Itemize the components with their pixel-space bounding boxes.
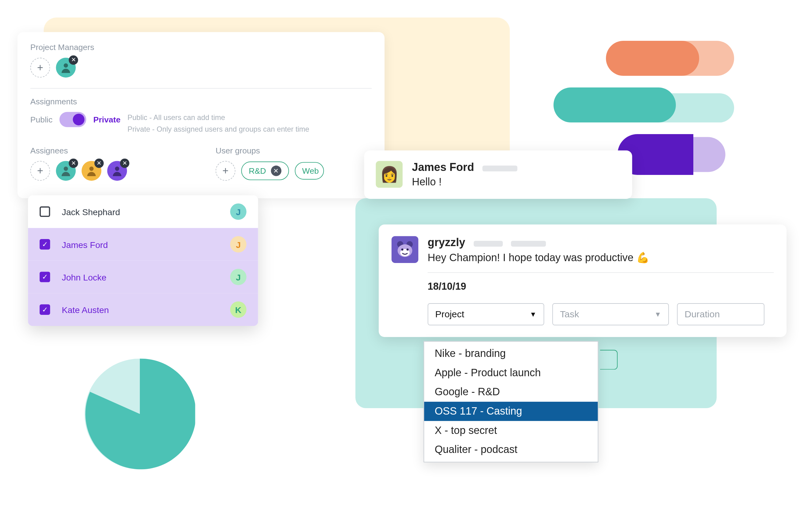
assignments-label: Assignments (30, 97, 372, 106)
divider (428, 272, 774, 273)
divider (30, 88, 372, 89)
add-manager-button[interactable]: + (30, 58, 50, 78)
chevron-down-icon: ▼ (655, 310, 662, 319)
chat-bot-text: Hey Champion! I hope today was productiv… (428, 251, 774, 264)
assignee-name: James Ford (62, 239, 108, 249)
manager-avatar[interactable]: ✕ (56, 58, 76, 78)
assignee-name: Kate Austen (62, 305, 109, 315)
checkbox[interactable] (39, 207, 50, 217)
initial-badge: J (230, 236, 246, 252)
assignee-dropdown: Jack Shephard J James Ford J John Locke … (28, 195, 258, 326)
remove-icon[interactable]: ✕ (94, 159, 104, 168)
project-option[interactable]: OSS 117 - Casting (424, 402, 598, 421)
bot-avatar (392, 236, 418, 263)
add-group-button[interactable]: + (215, 161, 235, 181)
svg-point-10 (407, 249, 409, 251)
assignee-avatar[interactable]: ✕ (107, 161, 127, 181)
checkbox[interactable] (39, 239, 50, 249)
visibility-toggle[interactable] (59, 112, 86, 127)
user-groups-label: User groups (215, 146, 372, 155)
decoration-strip (511, 241, 546, 246)
assignee-option[interactable]: Jack Shephard J (28, 195, 258, 228)
svg-point-9 (401, 249, 404, 251)
helper-private: Private - Only assigned users and groups… (127, 124, 310, 135)
group-tag-label: R&D (249, 166, 266, 175)
task-select[interactable]: Task ▼ (552, 303, 669, 325)
chat-user-text: Hello ! (412, 176, 517, 188)
remove-icon[interactable]: ✕ (271, 166, 281, 176)
svg-point-3 (115, 167, 119, 171)
project-managers-label: Project Managers (30, 43, 372, 52)
assignee-avatar[interactable]: ✕ (56, 161, 76, 181)
decoration-pill (553, 87, 676, 122)
remove-icon[interactable]: ✕ (120, 159, 129, 168)
decoration-strip (482, 165, 517, 171)
decoration-outline (600, 350, 617, 370)
project-option[interactable]: Apple - Product launch (424, 363, 598, 383)
project-option[interactable]: X - top secret (424, 421, 598, 440)
assignees-label: Assignees (30, 146, 186, 155)
project-option[interactable]: Qualiter - podcast (424, 440, 598, 462)
entry-date: 18/10/19 (428, 281, 774, 293)
chat-bot-name: gryzzly (428, 236, 465, 249)
private-label: Private (93, 115, 120, 124)
svg-point-2 (89, 167, 93, 171)
chat-message-bot: gryzzly Hey Champion! I hope today was p… (379, 225, 787, 337)
assignee-option[interactable]: Kate Austen K (28, 293, 258, 326)
remove-icon[interactable]: ✕ (69, 56, 78, 65)
checkbox[interactable] (39, 304, 50, 315)
chevron-down-icon: ▼ (529, 310, 536, 319)
decoration-pill (606, 41, 699, 76)
duration-input[interactable]: Duration (677, 303, 764, 325)
chat-message-user: 👩 James Ford Hello ! (364, 151, 632, 199)
pie-chart (85, 359, 195, 469)
assignee-option[interactable]: James Ford J (28, 228, 258, 261)
initial-badge: J (230, 203, 246, 220)
assignee-avatar[interactable]: ✕ (82, 161, 102, 181)
add-assignee-button[interactable]: + (30, 161, 50, 181)
group-tag-rd[interactable]: R&D ✕ (241, 161, 289, 180)
group-tag-web[interactable]: Web (295, 162, 324, 180)
assignee-name: Jack Shephard (62, 207, 120, 217)
project-option[interactable]: Google - R&D (424, 382, 598, 402)
select-label: Project (435, 309, 464, 320)
initial-badge: K (230, 301, 246, 318)
decoration-strip (473, 241, 502, 246)
helper-public: Public - All users can add time (127, 112, 310, 124)
project-settings-panel: Project Managers + ✕ Assignments Public … (18, 32, 384, 198)
project-option[interactable]: Nike - branding (424, 342, 598, 363)
project-select[interactable]: Project ▼ (428, 303, 544, 325)
avatar: 👩 (376, 161, 403, 188)
select-placeholder: Task (560, 309, 579, 320)
svg-point-0 (64, 63, 68, 67)
assignee-option[interactable]: John Locke J (28, 261, 258, 293)
chat-user-name: James Ford (412, 161, 474, 173)
project-dropdown: Nike - branding Apple - Product launch G… (424, 341, 598, 462)
group-tag-label: Web (302, 166, 319, 175)
remove-icon[interactable]: ✕ (69, 159, 78, 168)
public-label: Public (30, 115, 53, 124)
svg-point-1 (64, 167, 68, 171)
initial-badge: J (230, 269, 246, 285)
select-placeholder: Duration (685, 309, 720, 320)
checkbox[interactable] (39, 272, 50, 282)
assignee-name: John Locke (62, 272, 107, 282)
